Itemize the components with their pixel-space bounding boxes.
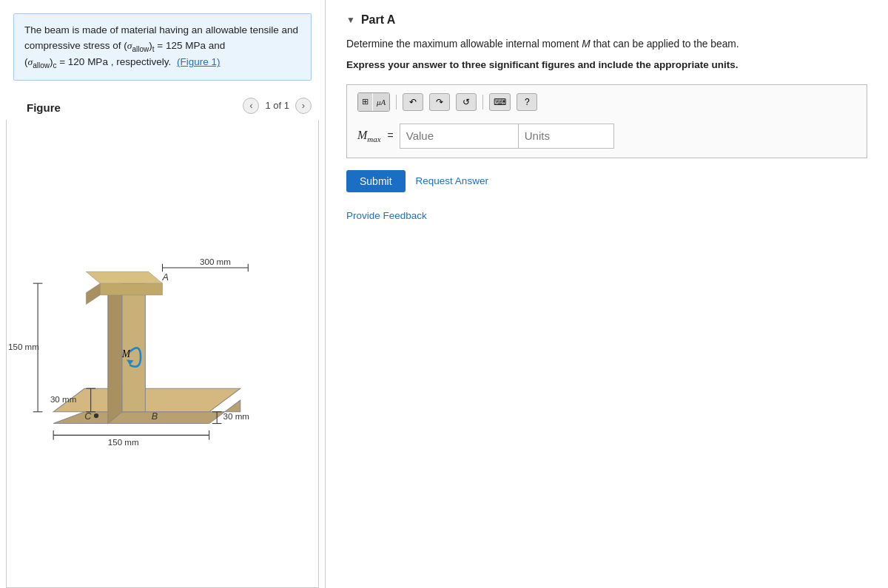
label-B: B — [152, 412, 158, 422]
collapse-icon[interactable]: ▼ — [346, 15, 355, 25]
request-answer-link[interactable]: Request Answer — [416, 175, 488, 186]
label-M: M — [121, 348, 132, 359]
value-input[interactable] — [400, 124, 518, 149]
part-header: ▼ Part A — [346, 13, 867, 27]
left-panel: The beam is made of material having an a… — [0, 0, 326, 588]
label-A: A — [162, 272, 169, 283]
mmax-label: Mmax = — [357, 129, 394, 143]
svg-marker-5 — [86, 283, 100, 304]
point-C — [94, 413, 98, 418]
prev-figure-button[interactable]: ‹ — [243, 98, 259, 114]
instruction-text: Express your answer to three significant… — [346, 58, 867, 72]
provide-feedback-link[interactable]: Provide Feedback — [346, 210, 867, 221]
mu-icon[interactable]: μA — [373, 93, 389, 111]
problem-text-line1: The beam is made of material having an a… — [24, 24, 298, 36]
svg-marker-1 — [53, 389, 240, 413]
toolbar-separator-1 — [396, 95, 397, 109]
matrix-icon[interactable]: ⊞ — [358, 93, 372, 111]
question-text: Determine the maximum allowable internal… — [346, 37, 867, 53]
figure-navigation: ‹ 1 of 1 › — [243, 98, 312, 114]
figure-area: A M B C 300 mm 30 mm — [6, 120, 319, 588]
answer-row: Mmax = — [357, 124, 856, 149]
action-row: Submit Request Answer — [346, 170, 867, 192]
beam-svg: A M B C 300 mm 30 mm — [7, 120, 318, 587]
dim-30mm-horiz: 30 mm — [223, 413, 249, 422]
undo-button[interactable]: ↶ — [403, 93, 423, 111]
svg-marker-4 — [100, 283, 162, 295]
figure-page-label: 1 of 1 — [265, 100, 289, 111]
label-C: C — [84, 412, 92, 422]
problem-statement: The beam is made of material having an a… — [13, 13, 312, 81]
submit-button[interactable]: Submit — [346, 170, 406, 192]
redo-button[interactable]: ↷ — [429, 93, 450, 111]
figure-link[interactable]: (Figure 1) — [177, 56, 221, 67]
toolbar: ⊞ μA ↶ ↷ ↺ ⌨ ? — [357, 92, 856, 116]
toolbar-separator-2 — [482, 95, 483, 109]
units-input[interactable] — [518, 124, 614, 149]
right-panel: ▼ Part A Determine the maximum allowable… — [326, 0, 888, 588]
dim-150mm-side: 150 mm — [8, 342, 39, 351]
dim-30mm-vertical: 30 mm — [50, 395, 76, 404]
keyboard-button[interactable]: ⌨ — [489, 93, 511, 111]
svg-rect-2 — [122, 283, 146, 412]
dim-150mm-bottom: 150 mm — [108, 438, 139, 447]
svg-marker-6 — [86, 272, 162, 284]
next-figure-button[interactable]: › — [295, 98, 312, 114]
help-button[interactable]: ? — [517, 93, 537, 111]
matrix-icon-group: ⊞ μA — [357, 92, 390, 112]
dim-300mm: 300 mm — [200, 257, 231, 266]
refresh-button[interactable]: ↺ — [456, 93, 477, 111]
figure-label: Figure — [27, 101, 61, 114]
part-title: Part A — [361, 13, 396, 27]
svg-marker-3 — [108, 283, 122, 423]
answer-container: ⊞ μA ↶ ↷ ↺ ⌨ ? Mmax = — [346, 84, 867, 158]
